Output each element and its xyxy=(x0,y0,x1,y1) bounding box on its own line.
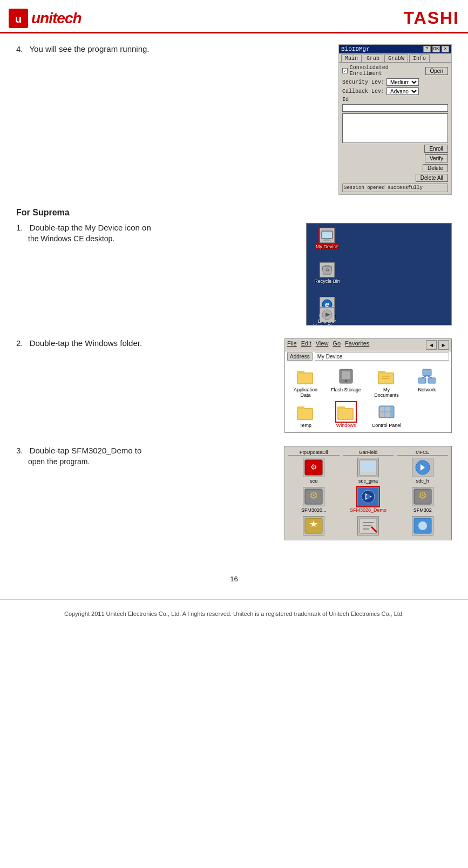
explorer-forward-btn[interactable]: ► xyxy=(438,340,449,350)
step3-label: 3. Double-tap SFM3020_Demo to xyxy=(16,446,274,455)
sfm-sfm3020demo[interactable]: SFM3020_Demo xyxy=(343,487,394,513)
step3-image: FtpUpdateDll GarField MFCE ⚙ scu xyxy=(284,446,452,540)
wince-icon-recycle[interactable]: ♻ Recycle Bin xyxy=(311,262,343,284)
sfm-row1-labels: FtpUpdateDll GarField MFCE xyxy=(288,450,448,456)
bioidmgr-help-btn[interactable]: ? xyxy=(423,46,431,52)
bioidmgr-callback-row: Callback Lev: Advanced xyxy=(342,87,448,95)
explorer-icon-flashstorage[interactable]: Flash Storage xyxy=(330,367,362,398)
step1-image: My Device ♻ Recycle Bin e Internet Explo… xyxy=(306,223,452,326)
explorer-icon-network[interactable]: Network xyxy=(411,367,443,398)
svg-point-50 xyxy=(366,494,370,499)
sfm-misc2[interactable] xyxy=(343,516,394,537)
bioidmgr-enroll-btn[interactable]: Enroll xyxy=(424,145,448,153)
explorer-icon-controlpanel[interactable]: Control Panel xyxy=(370,402,403,428)
misc2-icon xyxy=(357,516,379,535)
network-label: Network xyxy=(418,387,436,392)
tab-grabw[interactable]: GrabW xyxy=(384,55,408,62)
bioidmgr-titlebar: BioIDMgr ? OK × xyxy=(339,45,451,53)
svg-point-18 xyxy=(345,380,347,382)
explorer-address-value[interactable]: My Device xyxy=(315,352,449,361)
main-content: 4. You will see the program running. Bio… xyxy=(0,33,468,564)
bioidmgr-id-row: Id xyxy=(342,97,448,103)
explorer-back-btn[interactable]: ◄ xyxy=(426,340,437,350)
sfm-sdch[interactable]: sdc_h xyxy=(397,458,448,484)
bioidmgr-body: ✓ Consolidated Enrollment Open Security … xyxy=(339,63,451,194)
unitech-logo-text: unitech xyxy=(31,10,82,27)
sfm-sfm3020[interactable]: ⚙ SFM3020... xyxy=(288,487,340,513)
svg-rect-37 xyxy=(385,407,390,411)
sfm3020-icon: ⚙ xyxy=(303,487,324,506)
bioidmgr-security-select[interactable]: Medium xyxy=(386,78,419,86)
step1-text2: the Windows CE desktop. xyxy=(16,234,295,243)
step1-text: 1. Double-tap the My Device icon on the … xyxy=(16,223,295,243)
bioidmgr-open-btn[interactable]: Open xyxy=(425,67,448,75)
svg-rect-44 xyxy=(361,472,376,475)
sfm-sdcgina[interactable]: sdc_gina xyxy=(343,458,394,484)
bioidmgr-security-row: Security Lev: Medium xyxy=(342,78,448,86)
sfm3020demo-label: SFM3020_Demo xyxy=(350,507,386,513)
explorer-icon-mydocs[interactable]: My Documents xyxy=(370,367,403,398)
bioidmgr-id-label: Id xyxy=(342,97,349,103)
bioidmgr-callback-select[interactable]: Advanced xyxy=(386,87,419,95)
sfm3020demo-icon xyxy=(357,487,379,506)
explorer-icon-temp[interactable]: Temp xyxy=(289,402,322,428)
bioidmgr-title-buttons: ? OK × xyxy=(423,46,449,52)
svg-text:u: u xyxy=(15,13,22,25)
svg-line-27 xyxy=(422,376,427,378)
wince-icon-mydevice[interactable]: My Device xyxy=(311,228,343,249)
bioidmgr-verify-btn[interactable]: Verify xyxy=(425,154,448,162)
step3-text2: open the program. xyxy=(16,457,274,466)
tab-grab[interactable]: Grab xyxy=(363,55,383,62)
explorer-menubar: File Edit View Go Favorites ◄ ► xyxy=(285,339,451,351)
svg-rect-22 xyxy=(382,376,390,377)
menu-edit[interactable]: Edit xyxy=(301,340,311,350)
sfm-scu[interactable]: ⚙ scu xyxy=(288,458,340,484)
menu-go[interactable]: Go xyxy=(333,340,341,350)
sdcgina-label: sdc_gina xyxy=(358,478,378,484)
bioidmgr-delete-all-btn[interactable]: Delete All xyxy=(416,174,448,182)
flashstorage-label: Flash Storage xyxy=(331,387,361,392)
svg-rect-25 xyxy=(418,378,426,383)
bioidmgr-list-area xyxy=(342,113,448,143)
mydocs-icon xyxy=(377,367,396,386)
sfm-misc1[interactable] xyxy=(288,516,340,537)
sfm-mfce-label: MFCE xyxy=(397,450,448,456)
bioidmgr-id-input[interactable] xyxy=(342,104,448,112)
sdch-label: sdc_h xyxy=(416,478,429,484)
page-number: 16 xyxy=(0,575,468,583)
step4-text: 4. You will see the program running. xyxy=(16,44,328,56)
step4-image: BioIDMgr ? OK × Main Grab GrabW Info xyxy=(338,44,452,195)
wince-icon-mediaplayer[interactable]: Media Player xyxy=(311,307,343,326)
controlpanel-label: Control Panel xyxy=(372,423,402,428)
svg-rect-17 xyxy=(342,371,350,379)
menu-file[interactable]: File xyxy=(287,340,297,350)
menu-view[interactable]: View xyxy=(316,340,329,350)
bioidmgr-close-btn[interactable]: × xyxy=(442,46,449,52)
mydocs-label: My Documents xyxy=(370,387,403,398)
step2-block: 2. Double-tap the Windows folder. File E… xyxy=(16,338,452,433)
bioidmgr-enrollment-checkbox[interactable]: ✓ xyxy=(342,68,348,73)
sfm-garfield-label: GarField xyxy=(343,450,394,456)
tab-main[interactable]: Main xyxy=(341,55,362,62)
sfm-misc3[interactable] xyxy=(397,516,448,537)
explorer-icon-windows[interactable]: Windows xyxy=(330,402,362,428)
page-header: u unitech TASHI xyxy=(0,0,468,33)
bioidmgr-delete-btn[interactable]: Delete xyxy=(423,164,448,172)
svg-text:⚙: ⚙ xyxy=(309,490,318,501)
menu-favorites[interactable]: Favorites xyxy=(345,340,369,350)
explorer-icon-appdata[interactable]: Application Data xyxy=(289,367,322,398)
explorer-icons-grid: Application Data Flash Storage xyxy=(285,362,451,432)
bioidmgr-title: BioIDMgr xyxy=(341,46,370,52)
bioidmgr-inner: ✓ Consolidated Enrollment Open Security … xyxy=(342,65,448,192)
windows-label: Windows xyxy=(336,423,356,428)
svg-rect-34 xyxy=(338,409,352,419)
mydevice-icon xyxy=(320,228,335,243)
step4-block: 4. You will see the program running. Bio… xyxy=(16,44,452,195)
tab-info[interactable]: Info xyxy=(409,55,430,62)
svg-line-28 xyxy=(427,376,432,378)
sfm-sfm302[interactable]: ⚙ SFM302 xyxy=(397,487,448,513)
bioidmgr-ok-btn[interactable]: OK xyxy=(432,46,440,52)
temp-label: Temp xyxy=(300,423,311,428)
step1-label: 1. Double-tap the My Device icon on xyxy=(16,223,295,232)
flashstorage-icon xyxy=(336,367,356,386)
